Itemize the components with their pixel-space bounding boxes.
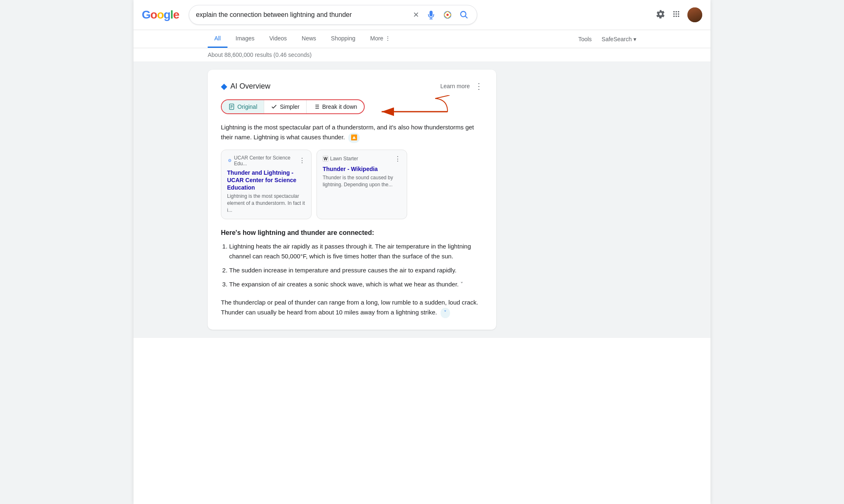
- tab-all[interactable]: All: [208, 30, 227, 48]
- source-favicon-1: W: [323, 156, 328, 162]
- learn-more-link[interactable]: Learn more: [440, 83, 470, 89]
- source-title-0: Thunder and Lightning - UCAR Center for …: [227, 169, 305, 192]
- mode-breakdown-button[interactable]: Break it down: [307, 100, 364, 113]
- source-favicon-0: ⚙: [227, 158, 232, 164]
- settings-icon[interactable]: [656, 9, 665, 21]
- expand-chevron-icon[interactable]: ˅: [460, 281, 463, 288]
- apps-icon[interactable]: [672, 9, 681, 21]
- ai-main-text: Lightning is the most spectacular part o…: [221, 122, 483, 143]
- google-logo[interactable]: Google: [142, 8, 179, 21]
- nav-right: Tools SafeSearch ▾: [572, 31, 636, 47]
- tab-news[interactable]: News: [295, 30, 323, 48]
- header-right: [656, 7, 702, 22]
- check-icon: [271, 103, 277, 110]
- ai-overview-header: ◆ AI Overview Learn more ⋮: [221, 81, 483, 91]
- source-cards: ⚙ UCAR Center for Science Edu... ⋮ Thund…: [221, 150, 483, 219]
- safesearch-button[interactable]: SafeSearch ▾: [602, 36, 636, 42]
- document-icon: [228, 103, 235, 110]
- source-site-0: ⚙ UCAR Center for Science Edu...: [227, 155, 299, 166]
- source-menu-1[interactable]: ⋮: [394, 155, 401, 163]
- list-item-1: The sudden increase in temperature and p…: [229, 265, 483, 275]
- source-site-1: W Lawn Starter: [323, 156, 358, 162]
- tab-more[interactable]: More ⋮: [363, 30, 397, 48]
- list-icon: [313, 103, 320, 110]
- source-snippet-0: Lightning is the most spectacular elemen…: [227, 193, 305, 213]
- source-card-0[interactable]: ⚙ UCAR Center for Science Edu... ⋮ Thund…: [221, 150, 312, 219]
- results-count: About 88,600,000 results (0.46 seconds): [134, 48, 710, 61]
- list-item-0: Lightning heats the air rapidly as it pa…: [229, 241, 483, 261]
- tab-shopping[interactable]: Shopping: [324, 30, 362, 48]
- search-button[interactable]: [458, 9, 470, 21]
- clear-button[interactable]: ✕: [411, 9, 421, 21]
- search-bar[interactable]: ✕: [189, 5, 477, 25]
- source-menu-0[interactable]: ⋮: [299, 157, 305, 164]
- source-card-header-1: W Lawn Starter ⋮: [323, 155, 401, 163]
- annotation-wrapper: Original Simpler: [221, 99, 483, 114]
- source-card-header-0: ⚙ UCAR Center for Science Edu... ⋮: [227, 155, 305, 166]
- svg-line-5: [466, 16, 468, 18]
- nav-tabs: All Images Videos News Shopping More ⋮ T…: [134, 30, 710, 48]
- source-chip[interactable]: 🔼: [348, 133, 360, 143]
- safesearch-chevron-icon: ▾: [633, 36, 636, 42]
- search-icon-group: ✕: [411, 9, 470, 21]
- numbered-list: Lightning heats the air rapidly as it pa…: [221, 241, 483, 289]
- svg-point-3: [447, 14, 449, 16]
- ai-overview-card: ◆ AI Overview Learn more ⋮: [208, 70, 496, 330]
- header: Google ✕: [134, 0, 710, 30]
- ai-bottom-text: The thunderclap or peal of thunder can r…: [221, 298, 483, 318]
- voice-search-button[interactable]: [425, 9, 437, 21]
- tools-button[interactable]: Tools: [572, 31, 598, 47]
- mode-simpler-button[interactable]: Simpler: [264, 100, 306, 113]
- list-item-2: The expansion of air creates a sonic sho…: [229, 279, 483, 289]
- source-snippet-1: Thunder is the sound caused by lightning…: [323, 174, 401, 188]
- mode-original-button[interactable]: Original: [222, 100, 264, 113]
- ai-overview-title: ◆ AI Overview: [221, 81, 270, 91]
- content-area: ◆ AI Overview Learn more ⋮: [134, 61, 710, 338]
- source-card-1[interactable]: W Lawn Starter ⋮ Thunder - Wikipedia Thu…: [316, 150, 407, 219]
- avatar[interactable]: [687, 7, 702, 22]
- ai-diamond-icon: ◆: [221, 81, 227, 91]
- lens-icon: [443, 10, 452, 19]
- tab-videos[interactable]: Videos: [263, 30, 293, 48]
- source-title-1: Thunder - Wikipedia: [323, 165, 401, 173]
- more-chevron-icon: ⋮: [385, 35, 391, 42]
- page-wrapper: Google ✕: [134, 0, 710, 504]
- search-input[interactable]: [196, 11, 407, 19]
- bottom-expand-chip[interactable]: ˅: [441, 308, 450, 318]
- section-heading: Here's how lightning and thunder are con…: [221, 229, 483, 237]
- ai-menu-button[interactable]: ⋮: [475, 81, 483, 91]
- lens-button[interactable]: [441, 9, 454, 21]
- mic-icon: [427, 10, 436, 19]
- reading-modes: Original Simpler: [221, 99, 483, 114]
- mode-button-group: Original Simpler: [221, 99, 365, 114]
- svg-point-4: [461, 12, 466, 17]
- search-icon: [460, 10, 469, 19]
- tab-images[interactable]: Images: [229, 30, 261, 48]
- ai-header-right: Learn more ⋮: [440, 81, 483, 91]
